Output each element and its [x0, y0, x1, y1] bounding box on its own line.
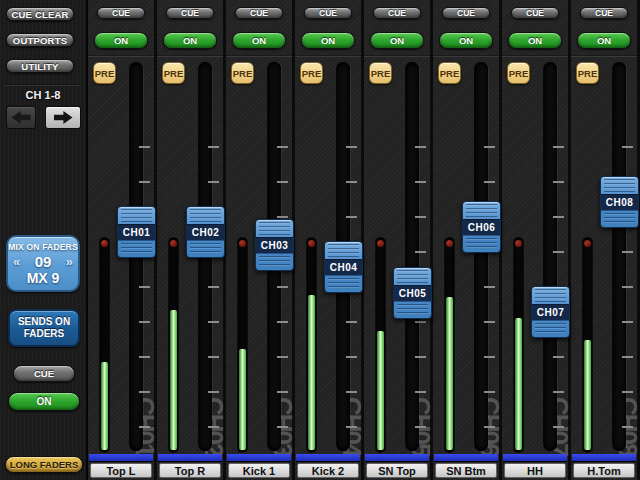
mix-on-faders-panel[interactable]: MIX ON FADERS « 09 » MX 9: [6, 235, 80, 292]
pre-button[interactable]: PRE: [369, 62, 392, 84]
channel-name-label[interactable]: Kick 1: [228, 463, 290, 478]
channel-on-button[interactable]: ON: [232, 32, 286, 49]
channel-color-bar: [296, 454, 360, 461]
channel-name-label[interactable]: SN Btm: [435, 463, 497, 478]
fader-cap-ridges: [259, 256, 290, 269]
peak-indicator: [170, 240, 177, 247]
meter-level-fill: [377, 331, 384, 450]
channel-color-bar: [89, 454, 153, 461]
fader-scale-ticks: [277, 146, 288, 430]
channel-cue-button[interactable]: CUE: [235, 7, 283, 19]
pre-button[interactable]: PRE: [162, 62, 185, 84]
peak-indicator: [308, 240, 315, 247]
pre-button[interactable]: PRE: [93, 62, 116, 84]
channel-name-label[interactable]: Kick 2: [297, 463, 359, 478]
pre-button[interactable]: PRE: [438, 62, 461, 84]
cue-clear-button[interactable]: CUE CLEAR: [6, 7, 74, 21]
fader-cap[interactable]: CH08: [600, 176, 639, 228]
channel-on-button[interactable]: ON: [163, 32, 217, 49]
channel-on-button[interactable]: ON: [577, 32, 631, 49]
channel-cue-button[interactable]: CUE: [166, 7, 214, 19]
peak-indicator: [101, 240, 108, 247]
channel-name-label[interactable]: Top L: [90, 463, 152, 478]
fader-cap-ridges: [535, 289, 566, 302]
channel-strip-ch06: CUE ON PRE CH06 CH06 SN Btm: [433, 0, 499, 480]
channel-cue-button[interactable]: CUE: [511, 7, 559, 19]
channel-on-button[interactable]: ON: [508, 32, 562, 49]
peak-indicator: [584, 240, 591, 247]
fader-cap-ridges: [121, 243, 152, 256]
channel-cue-button[interactable]: CUE: [442, 7, 490, 19]
channel-name-label[interactable]: SN Top: [366, 463, 428, 478]
level-meter: [238, 238, 247, 452]
fader-cap-label: CH08: [601, 194, 638, 211]
pre-button[interactable]: PRE: [507, 62, 530, 84]
master-cue-button[interactable]: CUE: [13, 365, 75, 382]
channel-bank-prev-button[interactable]: [6, 106, 36, 129]
mix-prev-icon[interactable]: «: [13, 254, 20, 269]
fader-cap-label: CH03: [256, 237, 293, 254]
channel-strip-ch07: CUE ON PRE CH07 CH07 HH: [502, 0, 568, 480]
fader-cap-label: CH04: [325, 259, 362, 276]
channel-color-bar: [158, 454, 222, 461]
channel-bank-next-button[interactable]: [45, 106, 81, 129]
pre-button[interactable]: PRE: [576, 62, 599, 84]
channel-strip-area: CUE ON PRE CH01 CH01 Top L CUE ON PRE: [88, 0, 640, 480]
channel-strip-ch04: CUE ON PRE CH04 CH04 Kick 2: [295, 0, 361, 480]
fader-cap[interactable]: CH02: [186, 206, 225, 258]
fader-cap-ridges: [535, 323, 566, 336]
channel-on-button[interactable]: ON: [301, 32, 355, 49]
peak-indicator: [377, 240, 384, 247]
channel-cue-button[interactable]: CUE: [373, 7, 421, 19]
fader-cap-label: CH06: [463, 219, 500, 236]
fader-cap-ridges: [466, 204, 497, 217]
outports-button[interactable]: OUTPORTS: [6, 33, 74, 47]
meter-level-fill: [515, 318, 522, 450]
fader-cap-ridges: [397, 270, 428, 283]
pre-button[interactable]: PRE: [300, 62, 323, 84]
channel-cue-button[interactable]: CUE: [304, 7, 352, 19]
utility-button[interactable]: UTILITY: [6, 59, 74, 73]
fader-cap[interactable]: CH06: [462, 201, 501, 253]
channel-color-bar: [365, 454, 429, 461]
channel-name-label[interactable]: Top R: [159, 463, 221, 478]
sends-on-faders-button[interactable]: SENDS ON FADERS: [8, 309, 80, 347]
channel-name-label[interactable]: H.Tom: [573, 463, 635, 478]
fader-cap-ridges: [466, 238, 497, 251]
fader-cap[interactable]: CH05: [393, 267, 432, 319]
sidebar: CUE CLEAR OUTPORTS UTILITY CH 1-8 MIX ON…: [0, 0, 88, 480]
strip-divider: [433, 55, 499, 57]
meter-level-fill: [170, 310, 177, 450]
pre-button[interactable]: PRE: [231, 62, 254, 84]
level-meter: [376, 238, 385, 452]
channel-strip-ch01: CUE ON PRE CH01 CH01 Top L: [88, 0, 154, 480]
fader-cap-ridges: [190, 209, 221, 222]
channel-color-bar: [503, 454, 567, 461]
mix-next-icon[interactable]: »: [66, 254, 73, 269]
fader-cap-ridges: [259, 222, 290, 235]
fader-cap[interactable]: CH04: [324, 241, 363, 293]
channel-name-label[interactable]: HH: [504, 463, 566, 478]
channel-range-label: CH 1-8: [0, 89, 86, 101]
level-meter: [445, 238, 454, 452]
channel-on-button[interactable]: ON: [94, 32, 148, 49]
sidebar-divider: [3, 84, 81, 86]
mix-name: MX 9: [8, 270, 78, 286]
fader-cap[interactable]: CH07: [531, 286, 570, 338]
channel-on-button[interactable]: ON: [439, 32, 493, 49]
fader-scale-ticks: [139, 146, 150, 430]
channel-cue-button[interactable]: CUE: [580, 7, 628, 19]
arrow-left-icon: [12, 111, 31, 124]
peak-indicator: [515, 240, 522, 247]
channel-cue-button[interactable]: CUE: [97, 7, 145, 19]
meter-level-fill: [101, 362, 108, 450]
long-faders-button[interactable]: LONG FADERS: [5, 456, 83, 473]
master-on-button[interactable]: ON: [8, 392, 80, 411]
fader-cap[interactable]: CH01: [117, 206, 156, 258]
fader-cap-ridges: [121, 209, 152, 222]
strip-divider: [157, 55, 223, 57]
fader-cap[interactable]: CH03: [255, 219, 294, 271]
fader-cap-ridges: [328, 244, 359, 257]
channel-on-button[interactable]: ON: [370, 32, 424, 49]
channel-color-bar: [572, 454, 636, 461]
